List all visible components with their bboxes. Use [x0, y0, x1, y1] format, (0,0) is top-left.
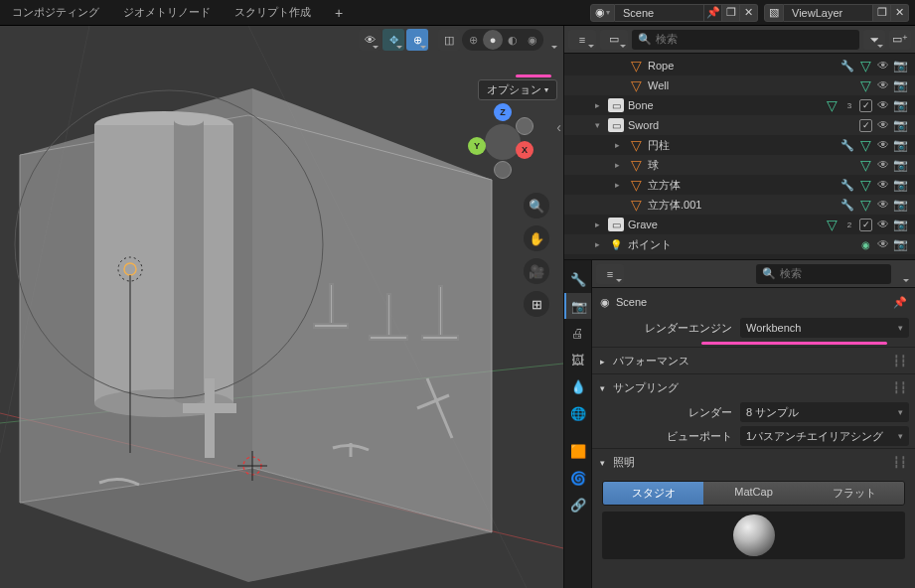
exclude-checkbox[interactable]: ✓ — [859, 99, 872, 112]
exclude-checkbox[interactable]: ✓ — [859, 119, 872, 132]
visibility-toggle[interactable]: 👁 — [875, 59, 890, 74]
visibility-toggle[interactable]: 👁 — [875, 118, 890, 133]
outliner-row[interactable]: ▸💡ポイント◉👁📷 — [564, 234, 915, 254]
item-label[interactable]: Grave — [626, 219, 822, 230]
3d-viewport[interactable]: 👁 ✥ ⊕ ◫ ⊕ ● ◐ ◉ オプション▾ Z Y X ‹ 🔍 ✋ — [0, 26, 563, 588]
render-engine-dropdown[interactable]: Workbench — [740, 318, 909, 338]
properties-search[interactable]: 🔍 検索 — [756, 264, 892, 284]
scene-selector[interactable]: ◉▾ Scene 📌 ❐ ✕ — [590, 3, 758, 23]
render-toggle[interactable]: 📷 — [893, 218, 908, 232]
visibility-dropdown[interactable]: 👁 — [359, 29, 381, 51]
pin-icon[interactable]: 📌 — [704, 4, 722, 22]
outliner-row[interactable]: ▸▭Bone▽3✓👁📷 — [564, 95, 915, 115]
axis-z[interactable]: Z — [494, 103, 512, 121]
add-workspace-button[interactable]: + — [323, 0, 355, 25]
render-toggle[interactable]: 📷 — [893, 118, 908, 133]
tab-scene[interactable]: 💧 — [564, 373, 591, 399]
outliner-row[interactable]: ▽立方体.001🔧▽👁📷 — [564, 195, 915, 215]
item-label[interactable]: 立方体 — [646, 178, 838, 193]
visibility-toggle[interactable]: 👁 — [875, 218, 890, 232]
outliner-row[interactable]: ▸▽立方体🔧▽👁📷 — [564, 175, 915, 195]
outliner-row[interactable]: ▸▭Grave▽2✓👁📷 — [564, 215, 915, 234]
item-label[interactable]: Bone — [626, 99, 822, 111]
render-toggle[interactable]: 📷 — [893, 59, 908, 74]
tab-output[interactable]: 🖨 — [564, 320, 591, 346]
outliner-row[interactable]: ▽Well▽👁📷 — [564, 75, 915, 95]
item-label[interactable]: 球 — [646, 158, 855, 173]
visibility-toggle[interactable]: 👁 — [875, 138, 890, 153]
tab-world[interactable]: 🌐 — [564, 400, 591, 426]
shading-wireframe[interactable]: ⊕ — [463, 30, 483, 50]
outliner-row[interactable]: ▸▽円柱🔧▽👁📷 — [564, 135, 915, 155]
navigation-gizmo[interactable]: Z Y X — [466, 105, 539, 179]
item-label[interactable]: ポイント — [626, 237, 855, 252]
item-label[interactable]: Rope — [646, 60, 838, 72]
item-label[interactable]: 円柱 — [646, 138, 838, 153]
breadcrumb-scene[interactable]: Scene — [616, 296, 647, 308]
tab-render[interactable]: 📷 — [564, 293, 591, 319]
visibility-toggle[interactable]: 👁 — [875, 237, 890, 252]
expand-icon[interactable]: ▾ — [588, 120, 606, 130]
render-samples-dropdown[interactable]: 8 サンプル — [740, 402, 909, 422]
workspace-tab-geometry-nodes[interactable]: ジオメトリノード — [111, 0, 223, 25]
outliner-view-menu[interactable]: ▭ — [600, 30, 628, 50]
tab-physics[interactable]: 🌀 — [564, 465, 591, 491]
shading-solid[interactable]: ● — [483, 30, 503, 50]
options-dropdown[interactable]: オプション▾ — [478, 79, 557, 100]
tab-object[interactable]: 🟧 — [564, 438, 591, 464]
section-performance[interactable]: パフォーマンス┇┇ — [592, 348, 915, 373]
outliner-display-mode[interactable]: ≡ — [568, 30, 596, 50]
tab-tool[interactable]: 🔧 — [564, 266, 591, 292]
viewlayer-name[interactable]: ViewLayer — [784, 4, 873, 22]
expand-icon[interactable]: ▸ — [608, 140, 626, 150]
outliner-new-collection[interactable]: ▭⁺ — [889, 30, 911, 50]
axis-neg-y[interactable] — [516, 117, 534, 135]
item-label[interactable]: Sword — [626, 119, 857, 131]
delete-viewlayer-icon[interactable]: ✕ — [891, 4, 909, 22]
shading-mode-selector[interactable]: ⊕ ● ◐ ◉ — [462, 29, 543, 51]
zoom-icon[interactable]: 🔍 — [524, 193, 549, 219]
collapse-chevron-icon[interactable]: ‹ — [556, 119, 561, 135]
workspace-tab-compositing[interactable]: コンポジティング — [0, 0, 111, 25]
pan-icon[interactable]: ✋ — [524, 225, 549, 251]
camera-view-icon[interactable]: 🎥 — [524, 258, 549, 284]
item-label[interactable]: 立方体.001 — [646, 198, 838, 213]
tab-viewlayer[interactable]: 🖼 — [564, 347, 591, 372]
outliner-search[interactable]: 🔍 検索 — [632, 30, 859, 50]
lighting-mode-tabs[interactable]: スタジオ MatCap フラット — [602, 481, 905, 506]
delete-scene-icon[interactable]: ✕ — [740, 4, 758, 22]
new-viewlayer-icon[interactable]: ❐ — [873, 4, 891, 22]
shading-rendered[interactable]: ◉ — [523, 30, 542, 50]
item-label[interactable]: Well — [646, 79, 855, 91]
tab-constraints[interactable]: 🔗 — [564, 492, 591, 517]
new-scene-icon[interactable]: ❐ — [722, 4, 740, 22]
lighting-tab-flat[interactable]: フラット — [804, 482, 904, 505]
pin-icon[interactable]: 📌 — [893, 296, 907, 309]
outliner-row[interactable]: ▽Rope🔧▽👁📷 — [564, 56, 915, 75]
visibility-toggle[interactable]: 👁 — [875, 158, 890, 173]
lighting-tab-studio[interactable]: スタジオ — [603, 482, 703, 505]
viewlayer-selector[interactable]: ▧ ViewLayer ❐ ✕ — [764, 3, 909, 23]
perspective-toggle-icon[interactable]: ⊞ — [524, 291, 549, 317]
section-lighting[interactable]: 照明┇┇ — [592, 449, 915, 475]
lighting-tab-matcap[interactable]: MatCap — [703, 482, 804, 505]
expand-icon[interactable]: ▸ — [588, 220, 606, 229]
render-toggle[interactable]: 📷 — [893, 138, 908, 153]
outliner-row[interactable]: ▸▽球▽👁📷 — [564, 155, 915, 175]
visibility-toggle[interactable]: 👁 — [875, 198, 890, 213]
expand-icon[interactable]: ▸ — [608, 160, 626, 170]
gizmo-toggle[interactable]: ✥ — [382, 29, 404, 51]
visibility-toggle[interactable]: 👁 — [875, 98, 890, 113]
expand-icon[interactable]: ▸ — [608, 180, 626, 190]
render-toggle[interactable]: 📷 — [893, 198, 908, 213]
section-sampling[interactable]: サンプリング┇┇ — [592, 374, 915, 400]
axis-neg-z[interactable] — [494, 161, 512, 179]
overlay-toggle[interactable]: ⊕ — [406, 29, 428, 51]
outliner-row[interactable]: ▾▭Sword✓👁📷 — [564, 115, 915, 135]
properties-sync[interactable] — [895, 264, 911, 284]
render-toggle[interactable]: 📷 — [893, 178, 908, 193]
axis-x[interactable]: X — [516, 141, 534, 159]
render-toggle[interactable]: 📷 — [893, 98, 908, 113]
render-toggle[interactable]: 📷 — [893, 158, 908, 173]
outliner-filter[interactable]: ⏷ — [863, 30, 885, 50]
